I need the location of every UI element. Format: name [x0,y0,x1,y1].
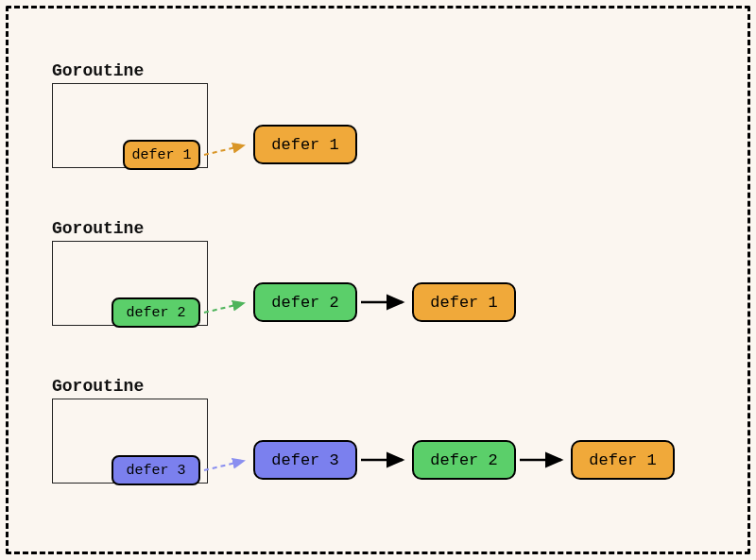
dashed-arrow-2 [202,297,249,320]
svg-line-1 [204,303,244,313]
svg-line-3 [204,461,244,470]
defer-inner-2: defer 2 [112,297,200,328]
goroutine-label-3: Goroutine [52,377,144,396]
goroutine-label-1: Goroutine [52,61,144,80]
defer-chain-3-0: defer 3 [253,440,357,480]
dashed-arrow-3 [202,455,249,478]
defer-inner-1: defer 1 [123,140,200,170]
goroutine-label-2: Goroutine [52,219,144,238]
defer-chain-3-2: defer 1 [571,440,675,480]
dashed-arrow-1 [202,140,249,162]
defer-chain-1-0: defer 1 [253,125,357,164]
defer-inner-3: defer 3 [112,455,200,485]
solid-arrow-3-0 [359,450,410,469]
solid-arrow-2-0 [359,293,410,312]
svg-line-0 [204,145,244,155]
solid-arrow-3-1 [518,450,569,469]
defer-chain-2-0: defer 2 [253,282,357,322]
defer-chain-2-1: defer 1 [412,282,516,322]
defer-chain-3-1: defer 2 [412,440,516,480]
